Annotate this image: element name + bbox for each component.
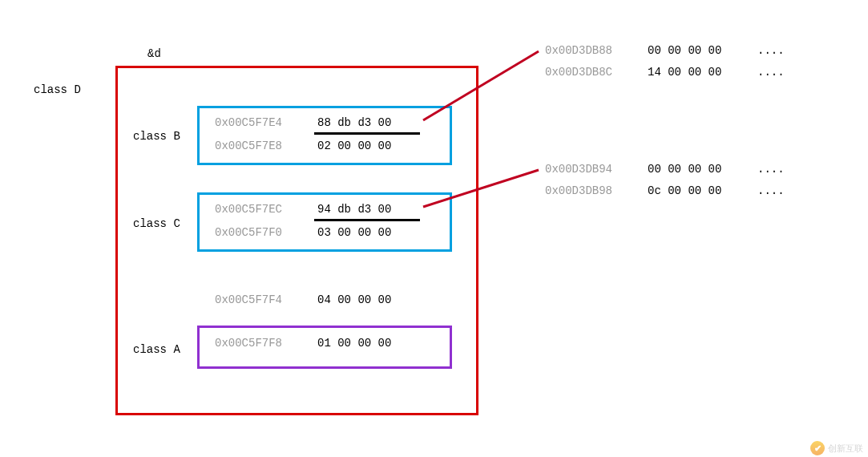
connector-lines [0, 0, 868, 457]
watermark: ✔ 创新互联 [810, 441, 863, 455]
svg-line-1 [423, 170, 539, 207]
svg-line-0 [423, 51, 539, 120]
watermark-text: 创新互联 [828, 443, 863, 455]
diagram-canvas: &d class D class B class C class A 0x00C… [0, 0, 868, 457]
watermark-icon: ✔ [810, 441, 825, 455]
